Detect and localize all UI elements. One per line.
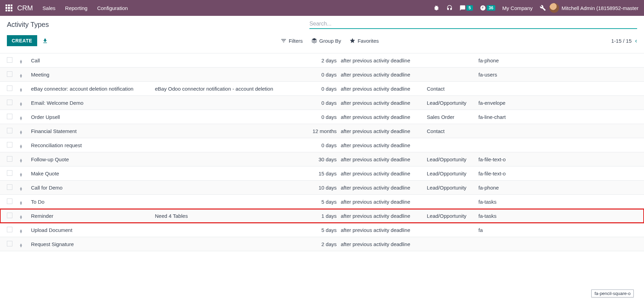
cell-icon: fa-line-chart <box>478 114 637 120</box>
cell-trigger: after previous activity deadline <box>341 114 427 120</box>
drag-handle[interactable]: ▲▼ <box>19 71 31 78</box>
row-checkbox[interactable] <box>7 114 12 119</box>
create-button[interactable]: CREATE <box>7 35 37 46</box>
cell-name: Upload Document <box>31 227 155 233</box>
cell-model: Lead/Opportunity <box>427 156 478 162</box>
nav-sales[interactable]: Sales <box>43 5 56 11</box>
cell-name: Make Quote <box>31 171 155 176</box>
cell-name: Follow-up Quote <box>31 156 155 162</box>
row-checkbox[interactable] <box>7 227 12 232</box>
tools-icon[interactable] <box>540 5 546 11</box>
cell-trigger: after previous activity deadline <box>341 128 427 134</box>
table-row[interactable]: ▲▼Make Quote15 daysafter previous activi… <box>0 166 644 181</box>
groupby-label: Group By <box>319 38 341 44</box>
cell-name: Meeting <box>31 72 155 78</box>
brand[interactable]: CRM <box>17 4 33 12</box>
row-checkbox[interactable] <box>7 213 12 218</box>
favorites-button[interactable]: Favorites <box>349 38 379 44</box>
row-checkbox[interactable] <box>7 85 12 91</box>
cell-name: Reconciliation request <box>31 142 155 148</box>
table-row[interactable]: ▲▼Call for Demo10 daysafter previous act… <box>0 181 644 195</box>
cell-days: 15 days <box>303 171 341 176</box>
row-checkbox[interactable] <box>7 199 12 204</box>
row-checkbox[interactable] <box>7 142 12 148</box>
cell-model: Sales Order <box>427 114 478 120</box>
cell-name: Call <box>31 58 155 63</box>
drag-handle[interactable]: ▲▼ <box>19 198 31 205</box>
drag-handle[interactable]: ▲▼ <box>19 170 31 177</box>
drag-handle[interactable]: ▲▼ <box>19 128 31 134</box>
table-row[interactable]: ▲▼Email: Welcome Demo0 daysafter previou… <box>0 96 644 110</box>
user-menu[interactable]: Mitchell Admin (18158952-master <box>562 5 638 11</box>
table-row[interactable]: ▲▼Upload Document5 daysafter previous ac… <box>0 223 644 237</box>
drag-handle[interactable]: ▲▼ <box>19 226 31 233</box>
table-row[interactable]: ▲▼eBay connector: account deletion notif… <box>0 82 644 96</box>
cell-trigger: after previous activity deadline <box>341 100 427 106</box>
cell-days: 5 days <box>303 199 341 205</box>
cell-name: Financial Statement <box>31 128 155 134</box>
row-checkbox[interactable] <box>7 170 12 176</box>
phone-support-icon[interactable] <box>446 5 453 11</box>
topbar: CRM Sales Reporting Configuration 5 36 M… <box>0 0 644 16</box>
drag-handle[interactable]: ▲▼ <box>19 99 31 106</box>
table-row[interactable]: ▲▼ReminderNeed 4 Tables1 daysafter previ… <box>0 209 644 223</box>
apps-icon[interactable] <box>6 4 12 11</box>
row-checkbox[interactable] <box>7 184 12 190</box>
cell-icon: fa-tasks <box>478 199 637 205</box>
cell-days: 0 days <box>303 142 341 148</box>
drag-handle[interactable]: ▲▼ <box>19 57 31 64</box>
cell-icon: fa-file-text-o <box>478 171 637 176</box>
table-row[interactable]: ▲▼Follow-up Quote30 daysafter previous a… <box>0 152 644 166</box>
cell-icon: fa-tasks <box>478 213 637 219</box>
pager: 1-15 / 15 ‹ <box>611 37 637 44</box>
cell-icon: fa-phone <box>478 185 637 191</box>
company-switcher[interactable]: My Company <box>502 5 532 11</box>
filters-button[interactable]: Filters <box>281 38 303 44</box>
avatar[interactable] <box>549 3 559 13</box>
favorites-label: Favorites <box>358 38 379 44</box>
cell-days: 0 days <box>303 86 341 92</box>
row-checkbox[interactable] <box>7 57 12 63</box>
table-row[interactable]: ▲▼Meeting0 daysafter previous activity d… <box>0 68 644 82</box>
activities-icon[interactable]: 36 <box>480 5 495 11</box>
drag-handle[interactable]: ▲▼ <box>19 85 31 92</box>
row-checkbox[interactable] <box>7 241 12 246</box>
cell-icon: fa-phone <box>478 58 637 63</box>
table-row[interactable]: ▲▼Call2 daysafter previous activity dead… <box>0 53 644 68</box>
cell-name: Call for Demo <box>31 185 155 191</box>
drag-handle[interactable]: ▲▼ <box>19 156 31 163</box>
pager-text: 1-15 / 15 <box>611 38 632 44</box>
cell-days: 0 days <box>303 72 341 78</box>
cell-days: 0 days <box>303 100 341 106</box>
table-row[interactable]: ▲▼Reconciliation request0 daysafter prev… <box>0 138 644 152</box>
table-row[interactable]: ▲▼Order Upsell0 daysafter previous activ… <box>0 110 644 124</box>
cell-days: 12 months <box>303 128 341 134</box>
cell-name: Email: Welcome Demo <box>31 100 155 106</box>
table-row[interactable]: ▲▼To Do5 daysafter previous activity dea… <box>0 195 644 209</box>
page-title: Activity Types <box>7 21 49 29</box>
groupby-button[interactable]: Group By <box>311 38 341 44</box>
drag-handle[interactable]: ▲▼ <box>19 184 31 191</box>
activities-badge: 36 <box>487 5 495 11</box>
import-icon[interactable] <box>42 37 48 44</box>
cell-model: Lead/Opportunity <box>427 213 478 219</box>
table-row[interactable]: ▲▼Request Signature2 daysafter previous … <box>0 237 644 251</box>
bug-icon[interactable] <box>433 5 440 11</box>
nav-configuration[interactable]: Configuration <box>97 5 128 11</box>
row-checkbox[interactable] <box>7 71 12 77</box>
search-input[interactable] <box>309 21 637 27</box>
messages-icon[interactable]: 5 <box>460 5 473 11</box>
cell-model: Lead/Opportunity <box>427 185 478 191</box>
drag-handle[interactable]: ▲▼ <box>19 241 31 247</box>
pager-prev[interactable]: ‹ <box>635 37 637 44</box>
drag-handle[interactable]: ▲▼ <box>19 142 31 149</box>
cell-trigger: after previous activity deadline <box>341 227 427 233</box>
table-row[interactable]: ▲▼Financial Statement12 monthsafter prev… <box>0 124 644 138</box>
cell-name: Order Upsell <box>31 114 155 120</box>
drag-handle[interactable]: ▲▼ <box>19 113 31 120</box>
row-checkbox[interactable] <box>7 100 12 105</box>
row-checkbox[interactable] <box>7 156 12 162</box>
nav-reporting[interactable]: Reporting <box>65 5 87 11</box>
drag-handle[interactable]: ▲▼ <box>19 212 31 219</box>
row-checkbox[interactable] <box>7 128 12 133</box>
